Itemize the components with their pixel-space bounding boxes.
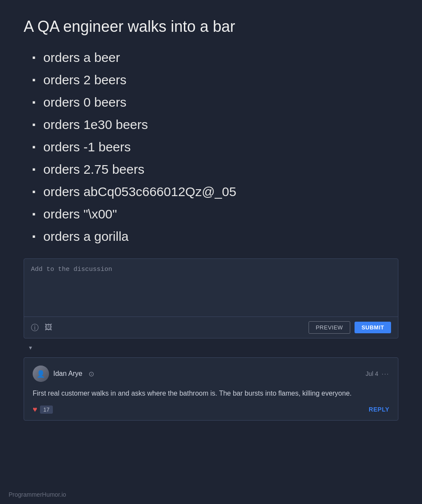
post-title: A QA engineer walks into a bar	[24, 17, 398, 36]
comment-section: 👤 Idan Arye ⊙ Jul 4 ··· First real custo…	[24, 357, 398, 421]
username: Idan Arye	[53, 370, 83, 378]
info-icon[interactable]: ⓘ	[31, 323, 39, 333]
comment-meta: Jul 4 ···	[366, 370, 389, 377]
bullet-list: orders a beerorders 2 beersorders 0 beer…	[32, 49, 398, 246]
footer-site: ProgrammerHumor.io	[9, 491, 66, 498]
reply-button[interactable]: REPLY	[369, 406, 389, 413]
main-content: A QA engineer walks into a bar orders a …	[0, 0, 422, 429]
bullet-item: orders 2.75 beers	[32, 160, 398, 178]
github-icon: ⊙	[89, 370, 94, 378]
comment-user: 👤 Idan Arye ⊙	[33, 366, 94, 382]
collapse-arrow[interactable]: ▼	[24, 343, 398, 353]
comment-date: Jul 4	[366, 370, 379, 377]
comment-header: 👤 Idan Arye ⊙ Jul 4 ···	[33, 366, 389, 382]
bullet-item: orders a beer	[32, 49, 398, 67]
image-icon[interactable]: 🖼	[45, 323, 52, 332]
reaction-count: 17	[40, 406, 53, 414]
avatar-image: 👤	[33, 366, 49, 382]
bullet-item: orders 2 beers	[32, 71, 398, 89]
comment-body: First real customer walks in and asks wh…	[33, 388, 389, 399]
bullet-item: orders -1 beers	[32, 138, 398, 156]
bullet-item: orders abCq053c666012Qz@_05	[32, 183, 398, 201]
preview-button[interactable]: PREVIEW	[309, 321, 350, 334]
bullet-item: orders "\x00"	[32, 205, 398, 223]
bullet-item: orders a gorilla	[32, 227, 398, 246]
comment-footer: ♥ 17 REPLY	[33, 405, 389, 414]
more-options-button[interactable]: ···	[382, 370, 389, 377]
heart-icon[interactable]: ♥	[33, 405, 37, 414]
comment-toolbar: ⓘ 🖼 PREVIEW SUBMIT	[24, 317, 398, 338]
avatar: 👤	[33, 366, 49, 382]
comment-input[interactable]	[24, 259, 398, 315]
reactions: ♥ 17	[33, 405, 53, 414]
bullet-item: orders 1e30 beers	[32, 116, 398, 134]
comment-box: ⓘ 🖼 PREVIEW SUBMIT	[24, 258, 398, 338]
submit-button[interactable]: SUBMIT	[355, 322, 391, 333]
toolbar-right: PREVIEW SUBMIT	[309, 321, 391, 334]
toolbar-left: ⓘ 🖼	[31, 323, 52, 333]
bullet-item: orders 0 beers	[32, 93, 398, 111]
